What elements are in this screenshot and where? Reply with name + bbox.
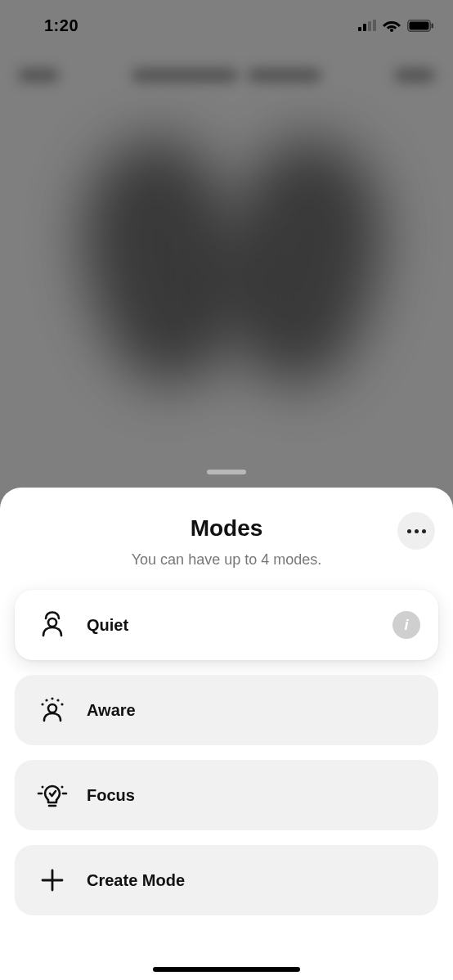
svg-point-9: [48, 704, 56, 713]
status-bar: 1:20: [0, 0, 453, 44]
sheet-handle[interactable]: [207, 470, 246, 474]
svg-rect-6: [410, 21, 429, 29]
battery-icon: [407, 20, 433, 32]
mode-item-aware[interactable]: Aware: [15, 675, 438, 745]
info-button[interactable]: i: [392, 611, 420, 639]
svg-point-8: [48, 618, 56, 627]
svg-rect-2: [368, 21, 371, 31]
home-indicator[interactable]: [153, 967, 300, 972]
focus-icon: [33, 781, 72, 809]
wifi-icon: [383, 19, 401, 32]
mode-label: Quiet: [87, 616, 392, 635]
more-button[interactable]: [397, 512, 435, 550]
svg-rect-3: [373, 20, 376, 31]
mode-label: Aware: [87, 701, 420, 720]
svg-point-14: [61, 703, 63, 705]
more-icon: [407, 529, 411, 533]
svg-point-13: [56, 699, 59, 701]
mode-label: Focus: [87, 786, 420, 805]
svg-point-4: [390, 29, 393, 32]
svg-point-10: [41, 703, 43, 705]
modes-sheet: Modes You can have up to 4 modes. Quiet: [0, 488, 453, 980]
cellular-icon: [358, 20, 376, 31]
svg-point-11: [45, 699, 47, 701]
svg-point-19: [61, 786, 64, 789]
quiet-icon: [33, 611, 72, 639]
svg-rect-1: [363, 24, 366, 31]
mode-list: Quiet i Aware: [15, 590, 438, 915]
svg-rect-0: [358, 27, 361, 31]
svg-point-12: [51, 697, 53, 699]
sheet-subtitle: You can have up to 4 modes.: [15, 551, 438, 569]
create-mode-button[interactable]: Create Mode: [15, 845, 438, 915]
plus-icon: [33, 869, 72, 892]
svg-rect-7: [432, 23, 434, 28]
mode-item-focus[interactable]: Focus: [15, 760, 438, 830]
sheet-title: Modes: [15, 515, 438, 542]
svg-point-18: [42, 786, 44, 789]
create-mode-label: Create Mode: [87, 871, 420, 890]
mode-item-quiet[interactable]: Quiet i: [15, 590, 438, 660]
aware-icon: [33, 695, 72, 725]
status-time: 1:20: [25, 10, 78, 35]
info-icon: i: [404, 618, 408, 632]
